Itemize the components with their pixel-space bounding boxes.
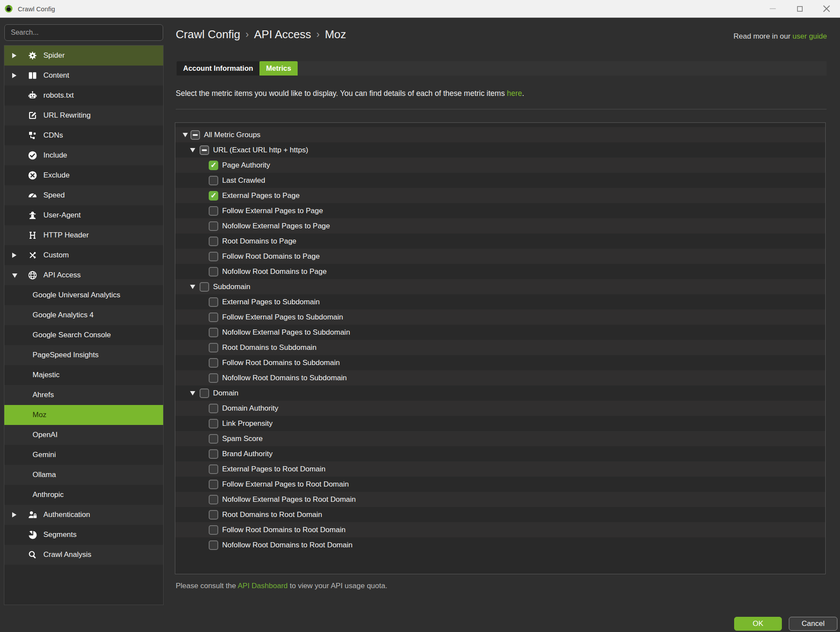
sidebar-item-robots-txt[interactable]: robots.txt: [4, 86, 163, 105]
expander-triangle-icon[interactable]: [190, 148, 195, 152]
sidebar-item-crawl-analysis[interactable]: Crawl Analysis: [4, 545, 163, 565]
tree-item-external-pages-to-page[interactable]: External Pages to Page: [175, 188, 825, 203]
checkbox-unchecked[interactable]: [209, 343, 218, 352]
tree-item-nofollow-root-domains-to-root-domain[interactable]: Nofollow Root Domains to Root Domain: [175, 537, 825, 553]
tree-item-follow-root-domains-to-page[interactable]: Follow Root Domains to Page: [175, 249, 825, 264]
checkbox-checked[interactable]: [209, 161, 218, 170]
sidebar-item-moz[interactable]: Moz: [4, 405, 163, 425]
tree-item-external-pages-to-subdomain[interactable]: External Pages to Subdomain: [175, 294, 825, 309]
user-guide-link[interactable]: user guide: [793, 32, 827, 40]
sidebar-item-google-analytics-4[interactable]: Google Analytics 4: [4, 305, 163, 325]
checkbox-unchecked[interactable]: [209, 373, 218, 383]
checkbox-unchecked[interactable]: [209, 267, 218, 276]
expander-triangle-icon[interactable]: [183, 133, 188, 137]
tree-item-follow-root-domains-to-root-domain[interactable]: Follow Root Domains to Root Domain: [175, 522, 825, 537]
tree-item-external-pages-to-root-domain[interactable]: External Pages to Root Domain: [175, 461, 825, 477]
minimize-button[interactable]: [759, 0, 786, 17]
tree-item-follow-external-pages-to-root-domain[interactable]: Follow External Pages to Root Domain: [175, 477, 825, 492]
tree-item-root-domains-to-page[interactable]: Root Domains to Page: [175, 234, 825, 249]
checkbox-unchecked[interactable]: [200, 388, 209, 398]
expander-triangle-icon[interactable]: [190, 391, 195, 395]
checkbox-unchecked[interactable]: [209, 449, 218, 459]
tree-item-root-domains-to-root-domain[interactable]: Root Domains to Root Domain: [175, 507, 825, 522]
checkbox-unchecked[interactable]: [209, 404, 218, 413]
checkbox-checked[interactable]: [209, 191, 218, 201]
tree-item-page-authority[interactable]: Page Authority: [175, 158, 825, 173]
tree-item-spam-score[interactable]: Spam Score: [175, 431, 825, 446]
checkbox-unchecked[interactable]: [209, 419, 218, 428]
tree-item-link-propensity[interactable]: Link Propensity: [175, 416, 825, 431]
sidebar-item-google-universal-analytics[interactable]: Google Universal Analytics: [4, 285, 163, 305]
checkbox-unchecked[interactable]: [209, 358, 218, 368]
here-link[interactable]: here: [507, 89, 522, 98]
tree-item-url-exact-url-http-https[interactable]: URL (Exact URL http + https): [175, 142, 825, 158]
close-button[interactable]: [813, 0, 840, 17]
sidebar-item-custom[interactable]: Custom: [4, 245, 163, 265]
sidebar-item-cdns[interactable]: CDNs: [4, 125, 163, 145]
sidebar-item-exclude[interactable]: Exclude: [4, 165, 163, 185]
sidebar-item-url-rewriting[interactable]: URL Rewriting: [4, 105, 163, 125]
checkbox-unchecked[interactable]: [209, 525, 218, 535]
checkbox-unchecked[interactable]: [209, 540, 218, 550]
sidebar-item-segments[interactable]: Segments: [4, 525, 163, 545]
sidebar-item-ollama[interactable]: Ollama: [4, 465, 163, 485]
tree-item-nofollow-external-pages-to-root-domain[interactable]: Nofollow External Pages to Root Domain: [175, 492, 825, 507]
checkbox-unchecked[interactable]: [209, 495, 218, 504]
sidebar-item-gemini[interactable]: Gemini: [4, 445, 163, 465]
checkbox-unchecked[interactable]: [209, 206, 218, 216]
tab-account-information[interactable]: Account Information: [177, 61, 259, 76]
tree-item-subdomain[interactable]: Subdomain: [175, 279, 825, 294]
checkbox-unchecked[interactable]: [200, 282, 209, 292]
tree-item-nofollow-root-domains-to-page[interactable]: Nofollow Root Domains to Page: [175, 264, 825, 279]
tree-item-domain-authority[interactable]: Domain Authority: [175, 401, 825, 416]
sidebar-item-openai[interactable]: OpenAI: [4, 425, 163, 445]
checkbox-unchecked[interactable]: [209, 297, 218, 307]
chevron-right-icon[interactable]: [12, 73, 16, 78]
cancel-button[interactable]: Cancel: [789, 617, 837, 631]
tree-item-follow-root-domains-to-subdomain[interactable]: Follow Root Domains to Subdomain: [175, 355, 825, 370]
maximize-button[interactable]: [786, 0, 813, 17]
sidebar-item-majestic[interactable]: Majestic: [4, 365, 163, 385]
breadcrumb-crawl-config[interactable]: Crawl Config: [176, 28, 240, 41]
checkbox-unchecked[interactable]: [209, 464, 218, 474]
tree-item-follow-external-pages-to-subdomain[interactable]: Follow External Pages to Subdomain: [175, 309, 825, 325]
sidebar-item-content[interactable]: Content: [4, 66, 163, 86]
breadcrumb-api-access[interactable]: API Access: [254, 28, 312, 41]
sidebar-item-anthropic[interactable]: Anthropic: [4, 485, 163, 505]
tree-item-nofollow-external-pages-to-page[interactable]: Nofollow External Pages to Page: [175, 218, 825, 234]
chevron-down-icon[interactable]: [12, 273, 17, 278]
tree-item-all-metric-groups[interactable]: All Metric Groups: [175, 127, 825, 142]
sidebar-item-api-access[interactable]: API Access: [4, 265, 163, 285]
sidebar-item-authentication[interactable]: Authentication: [4, 505, 163, 525]
sidebar-item-spider[interactable]: Spider: [4, 46, 163, 66]
expander-triangle-icon[interactable]: [190, 285, 195, 289]
checkbox-unchecked[interactable]: [209, 328, 218, 337]
sidebar-item-http-header[interactable]: HTTP Header: [4, 225, 163, 245]
tree-item-domain[interactable]: Domain: [175, 385, 825, 401]
checkbox-unchecked[interactable]: [209, 252, 218, 261]
checkbox-unchecked[interactable]: [209, 221, 218, 231]
sidebar-item-pagespeed-insights[interactable]: PageSpeed Insights: [4, 345, 163, 365]
checkbox-indeterminate[interactable]: [190, 130, 200, 140]
sidebar-item-ahrefs[interactable]: Ahrefs: [4, 385, 163, 405]
tab-metrics[interactable]: Metrics: [259, 61, 298, 76]
checkbox-unchecked[interactable]: [209, 313, 218, 322]
sidebar-item-user-agent[interactable]: User-Agent: [4, 205, 163, 225]
chevron-right-icon[interactable]: [12, 253, 16, 258]
tree-item-brand-authority[interactable]: Brand Authority: [175, 446, 825, 461]
chevron-right-icon[interactable]: [12, 53, 16, 58]
sidebar-item-speed[interactable]: Speed: [4, 185, 163, 205]
tree-item-nofollow-root-domains-to-subdomain[interactable]: Nofollow Root Domains to Subdomain: [175, 370, 825, 385]
sidebar-item-include[interactable]: Include: [4, 145, 163, 165]
checkbox-unchecked[interactable]: [209, 237, 218, 246]
checkbox-unchecked[interactable]: [209, 480, 218, 489]
checkbox-unchecked[interactable]: [209, 176, 218, 185]
tree-item-follow-external-pages-to-page[interactable]: Follow External Pages to Page: [175, 203, 825, 218]
checkbox-unchecked[interactable]: [209, 434, 218, 444]
chevron-right-icon[interactable]: [12, 512, 16, 517]
checkbox-indeterminate[interactable]: [200, 145, 209, 155]
ok-button[interactable]: OK: [734, 617, 782, 631]
api-dashboard-link[interactable]: API Dashboard: [238, 582, 288, 590]
sidebar-item-google-search-console[interactable]: Google Search Console: [4, 325, 163, 345]
tree-item-root-domains-to-subdomain[interactable]: Root Domains to Subdomain: [175, 340, 825, 355]
